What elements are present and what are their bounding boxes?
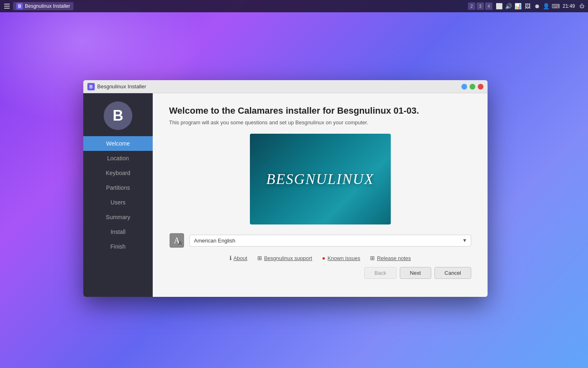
known-issues-link[interactable]: ● Known issues — [322, 255, 360, 261]
language-select[interactable]: American English English (UK) Français D… — [189, 235, 471, 247]
language-select-wrapper: American English English (UK) Français D… — [189, 235, 471, 247]
about-link[interactable]: ℹ About — [229, 255, 247, 261]
taskbar-app-icon: B — [16, 3, 23, 9]
taskbar-app-button[interactable]: B Besgnulinux Installer — [13, 2, 74, 10]
taskbar: B Besgnulinux Installer 2 3 4 ⬜ 🔊 📊 🖼 ⏺ … — [0, 0, 588, 12]
window-body: B Welcome Location Keyboard Partitions U… — [83, 93, 488, 297]
taskbar-system-icons: ⬜ 🔊 📊 🖼 ⏺ 👤 ⌨ — [496, 2, 559, 10]
titlebar-title: Besgnulinux Installer — [97, 83, 146, 90]
next-button[interactable]: Next — [400, 267, 431, 279]
sidebar-logo: B — [104, 101, 132, 130]
installer-window: B Besgnulinux Installer B Welcome Locati… — [83, 80, 488, 297]
buttons-row: Back Next Cancel — [169, 267, 471, 279]
about-label: About — [234, 255, 247, 261]
known-issues-icon: ● — [322, 255, 325, 261]
titlebar-app-icon: B — [87, 83, 95, 90]
about-icon: ℹ — [229, 255, 232, 261]
main-content: Welcome to the Calamares installer for B… — [153, 93, 488, 297]
workspace-2[interactable]: 2 — [468, 2, 475, 10]
svg-text:A: A — [178, 240, 182, 246]
sidebar-nav: Welcome Location Keyboard Partitions Use… — [83, 136, 153, 254]
taskbar-time: 21:49 — [563, 3, 575, 9]
sidebar: B Welcome Location Keyboard Partitions U… — [83, 93, 153, 297]
distro-name: BESGNULINUX — [266, 171, 374, 188]
language-icon: A A — [169, 233, 185, 248]
cancel-button[interactable]: Cancel — [434, 267, 471, 279]
sidebar-item-summary[interactable]: Summary — [83, 210, 153, 224]
welcome-title: Welcome to the Calamares installer for B… — [169, 105, 471, 116]
release-notes-label: Release notes — [377, 255, 411, 261]
language-row: A A American English English (UK) França… — [169, 233, 471, 248]
workspace-3[interactable]: 3 — [477, 2, 484, 10]
welcome-subtitle: This program will ask you some questions… — [169, 119, 471, 126]
taskbar-right: 2 3 4 ⬜ 🔊 📊 🖼 ⏺ 👤 ⌨ 21:49 ⏻ — [468, 2, 586, 10]
window-maximize-button[interactable] — [470, 84, 475, 90]
support-link[interactable]: ⊞ Besgnulinux support — [257, 255, 312, 261]
taskbar-menu-button[interactable] — [2, 2, 11, 11]
window-icon[interactable]: ⬜ — [496, 2, 503, 10]
taskbar-app-label: Besgnulinux Installer — [25, 3, 70, 9]
taskbar-power-button[interactable]: ⏻ — [578, 2, 586, 10]
keyboard-icon[interactable]: ⌨ — [552, 2, 559, 10]
release-notes-link[interactable]: ⊞ Release notes — [370, 255, 411, 261]
sidebar-item-location[interactable]: Location — [83, 151, 153, 166]
sidebar-item-install[interactable]: Install — [83, 224, 153, 239]
bottom-links: ℹ About ⊞ Besgnulinux support ● Known is… — [169, 255, 471, 261]
volume-icon[interactable]: 🔊 — [505, 2, 512, 10]
window-minimize-button[interactable] — [461, 84, 467, 90]
sidebar-item-welcome[interactable]: Welcome — [83, 136, 153, 151]
taskbar-workspaces: 2 3 4 — [468, 2, 492, 10]
support-label: Besgnulinux support — [264, 255, 312, 261]
release-notes-icon: ⊞ — [370, 255, 375, 261]
known-issues-label: Known issues — [327, 255, 360, 261]
music-icon[interactable]: 📊 — [514, 2, 522, 10]
back-button[interactable]: Back — [364, 267, 396, 279]
sidebar-item-keyboard[interactable]: Keyboard — [83, 166, 153, 180]
titlebar-controls — [461, 84, 483, 90]
sidebar-item-users[interactable]: Users — [83, 195, 153, 210]
sidebar-item-partitions[interactable]: Partitions — [83, 180, 153, 195]
window-close-button[interactable] — [478, 84, 483, 90]
taskbar-left: B Besgnulinux Installer — [2, 2, 74, 11]
display-icon[interactable]: 🖼 — [524, 2, 531, 10]
sidebar-item-finish[interactable]: Finish — [83, 239, 153, 254]
user-icon[interactable]: 👤 — [543, 2, 550, 10]
titlebar-left: B Besgnulinux Installer — [87, 83, 146, 90]
record-icon[interactable]: ⏺ — [533, 2, 541, 10]
workspace-4[interactable]: 4 — [485, 2, 492, 10]
window-titlebar: B Besgnulinux Installer — [83, 80, 488, 93]
support-icon: ⊞ — [257, 255, 262, 261]
distro-banner: BESGNULINUX — [250, 134, 391, 224]
